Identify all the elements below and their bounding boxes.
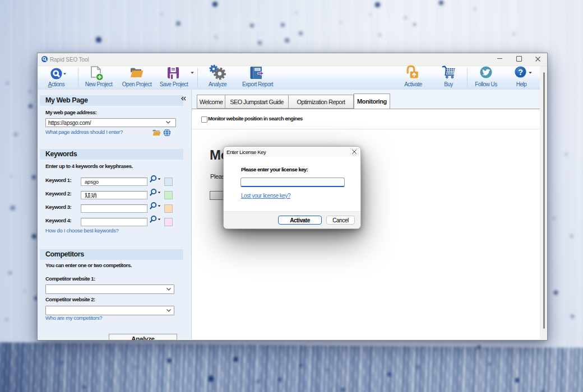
svg-text:?: ?: [518, 68, 523, 77]
